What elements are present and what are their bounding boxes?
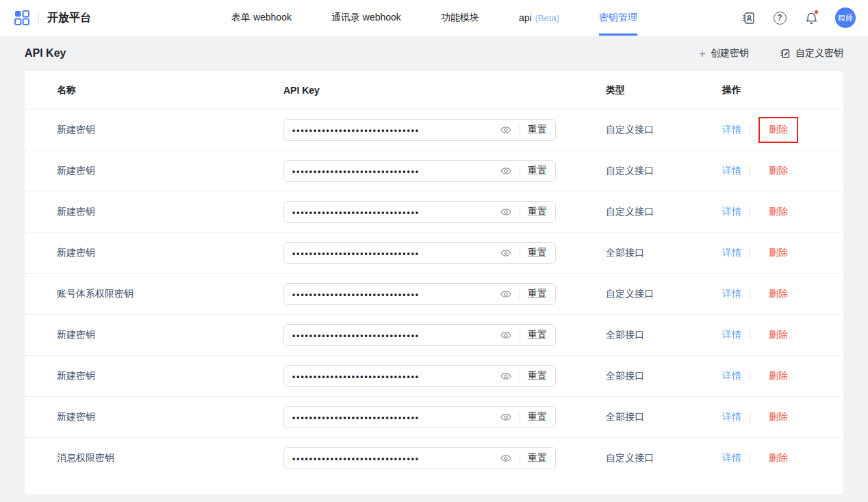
delete-link[interactable]: 删除 (769, 329, 788, 341)
field-divider (520, 248, 520, 259)
ops-divider (750, 125, 750, 135)
field-divider (520, 289, 520, 300)
reset-button[interactable]: 重置 (528, 206, 547, 218)
col-header-ops: 操作 (722, 84, 832, 96)
delete-highlight-box: 删除 (758, 281, 798, 307)
table-row: 新建密钥 •••••••••••••••••••••••••••••• 重置 全… (25, 233, 843, 274)
masked-api-key-input[interactable]: •••••••••••••••••••••••••••••• (292, 166, 500, 176)
detail-link[interactable]: 详情 (722, 165, 741, 177)
delete-link[interactable]: 删除 (769, 288, 788, 300)
key-name: 新建密钥 (57, 165, 283, 177)
pencil-square-icon (779, 48, 791, 60)
api-key-field-group: •••••••••••••••••••••••••••••• 重置 (283, 324, 556, 346)
notification-bell-icon[interactable] (804, 10, 819, 25)
eye-icon[interactable] (500, 452, 512, 464)
key-type: 全部接口 (606, 370, 722, 382)
detail-link[interactable]: 详情 (722, 370, 741, 382)
page-header: API Key + 创建密钥 自定义密钥 (0, 36, 868, 71)
table-row: 消息权限密钥 •••••••••••••••••••••••••••••• 重置… (25, 438, 843, 479)
reset-button[interactable]: 重置 (528, 370, 547, 382)
ops-divider (750, 453, 750, 463)
key-type: 全部接口 (606, 247, 722, 259)
api-key-field-group: •••••••••••••••••••••••••••••• 重置 (283, 242, 556, 264)
col-header-type: 类型 (606, 84, 722, 96)
key-type: 自定义接口 (606, 452, 722, 464)
masked-api-key-input[interactable]: •••••••••••••••••••••••••••••• (292, 453, 500, 463)
eye-icon[interactable] (500, 370, 512, 382)
reset-button[interactable]: 重置 (528, 124, 547, 136)
delete-link[interactable]: 删除 (769, 206, 788, 218)
topbar: 开放平台 表单 webhook 通讯录 webhook 功能模块 api (Be… (0, 0, 868, 36)
table-row: 新建密钥 •••••••••••••••••••••••••••••• 重置 自… (25, 191, 843, 233)
brand: 开放平台 (14, 10, 91, 26)
key-type: 自定义接口 (606, 124, 722, 136)
reset-button[interactable]: 重置 (528, 247, 547, 259)
eye-icon[interactable] (500, 329, 512, 341)
masked-api-key-input[interactable]: •••••••••••••••••••••••••••••• (292, 248, 500, 258)
primary-nav: 表单 webhook 通讯录 webhook 功能模块 api (Beta) 密… (231, 0, 637, 36)
api-key-field-group: •••••••••••••••••••••••••••••• 重置 (283, 406, 556, 428)
masked-api-key-input[interactable]: •••••••••••••••••••••••••••••• (292, 125, 500, 135)
detail-link[interactable]: 详情 (722, 124, 741, 136)
app-grid-logo-icon[interactable] (14, 10, 30, 26)
eye-icon[interactable] (500, 247, 512, 259)
eye-icon[interactable] (500, 411, 512, 423)
create-key-button[interactable]: + 创建密钥 (699, 47, 749, 60)
nav-tab-2[interactable]: 通讯录 webhook (331, 0, 401, 36)
key-type: 自定义接口 (606, 165, 722, 177)
delete-link[interactable]: 删除 (769, 452, 788, 464)
detail-link[interactable]: 详情 (722, 411, 741, 423)
delete-highlight-box: 删除 (758, 240, 798, 266)
custom-key-button[interactable]: 自定义密钥 (779, 47, 843, 60)
delete-link[interactable]: 删除 (769, 165, 788, 177)
contact-book-icon[interactable] (741, 10, 756, 25)
avatar[interactable]: 程师 (835, 8, 856, 28)
detail-link[interactable]: 详情 (722, 452, 741, 464)
delete-highlight-box: 删除 (758, 404, 798, 430)
delete-highlight-box: 删除 (758, 322, 798, 348)
nav-tab-4[interactable]: api (Beta) (519, 0, 559, 36)
eye-icon[interactable] (500, 206, 512, 218)
app-title: 开放平台 (47, 11, 91, 25)
table-header-row: 名称 API Key 类型 操作 (25, 71, 843, 109)
reset-button[interactable]: 重置 (528, 165, 547, 177)
field-divider (520, 124, 520, 135)
detail-link[interactable]: 详情 (722, 247, 741, 259)
eye-icon[interactable] (500, 124, 512, 136)
delete-link[interactable]: 删除 (769, 247, 788, 259)
nav-tab-3[interactable]: 功能模块 (441, 0, 479, 36)
masked-api-key-input[interactable]: •••••••••••••••••••••••••••••• (292, 371, 500, 381)
ops-divider (750, 330, 750, 340)
delete-highlight-box: 删除 (758, 363, 798, 389)
masked-api-key-input[interactable]: •••••••••••••••••••••••••••••• (292, 207, 500, 217)
delete-link[interactable]: 删除 (769, 124, 788, 136)
help-icon[interactable]: ? (772, 10, 787, 25)
col-header-name: 名称 (57, 84, 283, 96)
masked-api-key-input[interactable]: •••••••••••••••••••••••••••••• (292, 330, 500, 340)
detail-link[interactable]: 详情 (722, 288, 741, 300)
nav-tab-5[interactable]: 密钥管理 (599, 0, 637, 36)
key-type: 全部接口 (606, 411, 722, 423)
detail-link[interactable]: 详情 (722, 206, 741, 218)
reset-button[interactable]: 重置 (528, 288, 547, 300)
reset-button[interactable]: 重置 (528, 452, 547, 464)
brand-divider (38, 12, 39, 23)
key-name: 新建密钥 (57, 411, 283, 423)
api-key-field-group: •••••••••••••••••••••••••••••• 重置 (283, 160, 556, 182)
delete-link[interactable]: 删除 (769, 411, 788, 423)
delete-link[interactable]: 删除 (769, 370, 788, 382)
table-row: 新建密钥 •••••••••••••••••••••••••••••• 重置 自… (25, 109, 843, 150)
nav-tab-1[interactable]: 表单 webhook (231, 0, 292, 36)
ops-divider (750, 289, 750, 299)
api-key-field-group: •••••••••••••••••••••••••••••• 重置 (283, 201, 556, 223)
eye-icon[interactable] (500, 288, 512, 300)
delete-highlight-box: 删除 (758, 199, 798, 225)
masked-api-key-input[interactable]: •••••••••••••••••••••••••••••• (292, 289, 500, 299)
detail-link[interactable]: 详情 (722, 329, 741, 341)
reset-button[interactable]: 重置 (528, 329, 547, 341)
eye-icon[interactable] (500, 165, 512, 177)
reset-button[interactable]: 重置 (528, 411, 547, 423)
notification-dot (814, 10, 819, 14)
masked-api-key-input[interactable]: •••••••••••••••••••••••••••••• (292, 412, 500, 422)
topbar-right: ? 程师 (741, 8, 856, 28)
